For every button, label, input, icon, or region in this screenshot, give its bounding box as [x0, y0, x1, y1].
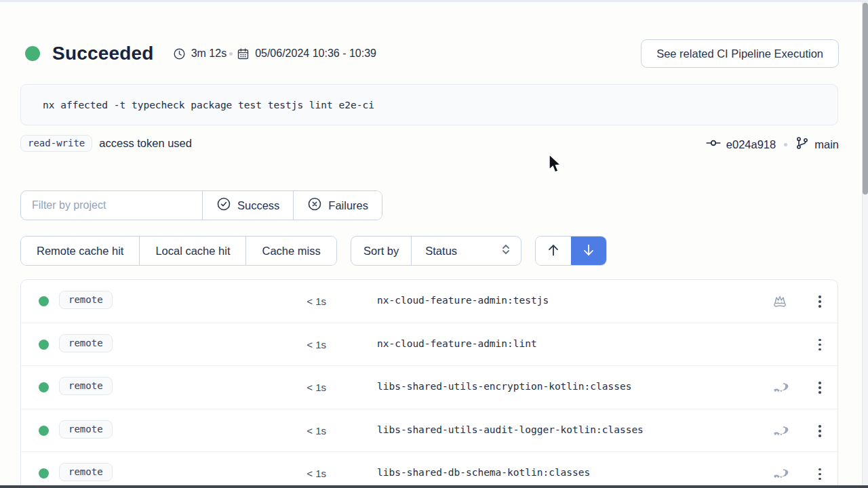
task-duration: < 1s	[289, 468, 326, 479]
task-status-dot	[39, 468, 49, 479]
kebab-menu-icon[interactable]	[808, 419, 832, 443]
date-meta: 05/06/2024 10:36 - 10:39	[237, 47, 376, 60]
arrow-up-icon	[546, 243, 561, 260]
task-cache-badge: remote	[59, 420, 113, 439]
task-row[interactable]: remote < 1s nx-cloud-feature-admin:testj…	[21, 280, 837, 323]
success-filter-button[interactable]: Success	[202, 191, 293, 220]
kebab-menu-icon[interactable]	[808, 462, 832, 486]
tab-cache-miss[interactable]: Cache miss	[245, 237, 336, 265]
task-cache-badge: remote	[59, 463, 113, 481]
task-row[interactable]: remote < 1s libs-shared-utils-audit-logg…	[21, 409, 837, 453]
command-text: nx affected -t typecheck package test te…	[43, 100, 374, 110]
duration-text: 3m 12s	[191, 47, 226, 60]
page-top-accent	[0, 0, 868, 2]
task-duration: < 1s	[289, 339, 326, 350]
command-block: nx affected -t typecheck package test te…	[20, 84, 838, 125]
tab-local-cache-hit[interactable]: Local cache hit	[139, 237, 245, 265]
branch-name[interactable]: main	[814, 138, 839, 151]
sort-descending-button[interactable]	[571, 237, 606, 265]
arrow-down-icon	[581, 243, 596, 260]
page-title: Succeeded	[52, 43, 154, 64]
task-cache-badge: remote	[59, 377, 113, 395]
task-duration: < 1s	[289, 296, 326, 307]
task-status-dot	[39, 340, 49, 350]
project-filter-group: Success Failures	[20, 190, 382, 220]
sort-group: Sort by Status	[351, 236, 521, 266]
meta-separator-dot	[229, 52, 233, 56]
task-status-dot	[39, 382, 49, 392]
run-header: Succeeded 3m 12s 05/06/2024 10:36 - 10:3…	[20, 39, 839, 68]
duration-meta: 3m 12s	[173, 47, 226, 60]
task-duration: < 1s	[289, 425, 326, 436]
vcs-separator-dot	[784, 143, 787, 146]
git-commit-icon	[706, 136, 721, 153]
sort-ascending-button[interactable]	[536, 237, 571, 265]
git-branch-icon	[795, 136, 809, 152]
mouse-cursor	[545, 153, 563, 178]
select-chevrons-icon	[500, 243, 511, 258]
vcs-info: e024a918 main	[706, 136, 839, 153]
window-bottom-edge	[0, 485, 868, 488]
task-row[interactable]: remote < 1s libs-shared-db-schema-kotlin…	[21, 452, 837, 488]
task-name[interactable]: libs-shared-utils-encryption-kotlin:clas…	[377, 381, 631, 392]
task-row[interactable]: remote < 1s libs-shared-utils-encryption…	[21, 366, 837, 409]
gradle-icon	[771, 423, 789, 439]
sort-direction-group	[535, 236, 607, 266]
task-list: remote < 1s nx-cloud-feature-admin:testj…	[20, 279, 838, 488]
task-duration: < 1s	[289, 382, 326, 393]
commit-sha[interactable]: e024a918	[726, 138, 776, 151]
gradle-icon	[771, 380, 789, 396]
sort-selected-value: Status	[425, 245, 457, 258]
task-name[interactable]: libs-shared-db-schema-kotlin:classes	[377, 467, 590, 478]
kebab-menu-icon[interactable]	[808, 375, 832, 400]
x-circle-icon	[307, 197, 322, 214]
access-token-badge: read-write	[20, 135, 92, 152]
kebab-menu-icon[interactable]	[808, 289, 832, 314]
project-filter-input[interactable]	[21, 191, 202, 220]
jest-icon	[771, 293, 789, 310]
date-range-text: 05/06/2024 10:36 - 10:39	[255, 47, 376, 60]
task-row[interactable]: remote < 1s nx-cloud-feature-admin:lint	[21, 323, 837, 367]
check-circle-icon	[216, 197, 231, 214]
success-filter-label: Success	[237, 199, 279, 212]
task-status-dot	[39, 296, 49, 306]
task-status-dot	[39, 426, 49, 436]
task-cache-badge: remote	[59, 334, 113, 352]
failures-filter-label: Failures	[328, 199, 368, 212]
access-token-text: access token used	[99, 137, 192, 150]
task-name[interactable]: libs-shared-utils-audit-logger-kotlin:cl…	[377, 424, 644, 435]
scrollbar-thumb[interactable]	[863, 3, 868, 195]
cache-filter-group: Remote cache hit Local cache hit Cache m…	[20, 236, 337, 266]
task-name[interactable]: nx-cloud-feature-admin:testjs	[377, 295, 549, 306]
tab-remote-cache-hit[interactable]: Remote cache hit	[21, 237, 139, 265]
gradle-icon	[771, 466, 789, 482]
sort-by-label: Sort by	[351, 237, 411, 265]
task-name[interactable]: nx-cloud-feature-admin:lint	[377, 338, 537, 349]
clock-icon	[173, 47, 186, 60]
related-pipeline-button[interactable]: See related CI Pipeline Execution	[641, 39, 839, 68]
access-token-line: read-write access token used	[20, 135, 192, 152]
status-dot	[25, 46, 40, 61]
sort-select[interactable]: Status	[411, 237, 521, 265]
task-cache-badge: remote	[59, 291, 113, 309]
failures-filter-button[interactable]: Failures	[293, 191, 382, 220]
calendar-icon	[237, 47, 250, 60]
kebab-menu-icon[interactable]	[808, 333, 832, 357]
